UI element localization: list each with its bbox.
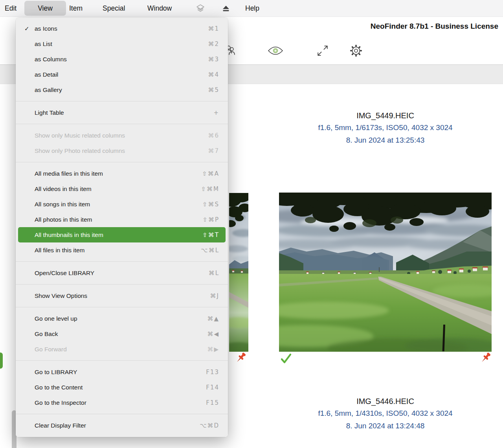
menu-item-label: Open/Close LIBRARY [35,270,209,277]
menu-item-show-view-options[interactable]: Show View Options ⌘J [16,288,228,303]
photo-caption-img5449: IMG_5449.HEIC f1.6, 5mm, 1/6173s, ISO50,… [279,110,492,146]
menu-item-go-to-library[interactable]: Go to LIBRARY F13 [16,364,228,380]
window-title: NeoFinder 8.7b1 - Business License [371,22,498,31]
menu-item-all-videos[interactable]: All videos in this item ⇧⌘M [16,181,228,196]
menu-item-label: Go one level up [35,315,207,322]
menubar-item-label: Item [69,4,83,13]
menu-item-shortcut: ⌘3 [208,56,219,63]
menubar-item-edit[interactable]: Edit [5,0,17,17]
menu-item-shortcut: ⌘◀ [207,330,219,338]
eject-icon[interactable] [221,4,231,14]
pushpin-icon [234,352,248,368]
menu-item-shortcut: ⌘L [209,270,219,277]
checkmark-icon: ✓ [24,25,32,32]
menu-item-shortcut: ⇧⌘P [202,216,219,223]
menu-item-go-one-level-up[interactable]: Go one level up ⌘▲ [16,311,228,326]
photo-thumbnail-img5449[interactable] [279,193,492,352]
menu-item-shortcut: + [213,109,219,116]
menu-item-label: Show View Options [35,292,210,299]
menu-separator [16,124,228,124]
menu-separator [16,307,228,307]
menu-item-show-photo-columns: Show only Photo related columns ⌘7 [16,143,228,158]
menu-item-shortcut: ⇧⌘A [202,170,219,177]
menubar-item-window[interactable]: Window [147,0,172,17]
menu-item-shortcut: ⌘▶ [207,346,219,353]
macos-menu-bar: Edit View Item Special Window Help [0,0,503,17]
sync-layers-icon[interactable] [196,4,205,14]
menubar-item-item[interactable]: Item [69,0,83,17]
menu-item-label: Go to LIBRARY [35,369,206,376]
menu-item-clear-display-filter[interactable]: Clear Display Filter ⌥⌘D [16,418,228,433]
menubar-item-view[interactable]: View [24,0,66,17]
menu-item-as-gallery[interactable]: as Gallery ⌘5 [16,82,228,97]
menu-item-shortcut: ⌘7 [208,147,219,154]
menu-item-shortcut: ⇧⌘S [202,201,219,208]
menu-item-shortcut: F14 [206,384,219,391]
menubar-item-label: Window [147,4,172,13]
menu-item-as-columns[interactable]: as Columns ⌘3 [16,51,228,67]
settings-gear-icon[interactable] [349,44,363,59]
fullscreen-arrows-icon[interactable] [316,44,329,59]
menubar-item-label: Edit [5,4,17,13]
menu-item-shortcut: ⇧⌘T [202,231,219,239]
menu-item-label: Clear Display Filter [35,422,200,429]
menu-item-go-to-content[interactable]: Go to the Content F14 [16,380,228,395]
menubar-item-label: Special [103,4,125,13]
checkmark-badge-icon [280,353,292,366]
menu-item-label: All files in this item [35,247,201,254]
menu-item-label: as Columns [35,56,208,63]
menu-item-shortcut: F13 [206,369,219,376]
menu-item-show-music-columns: Show only Music related columns ⌘6 [16,128,228,143]
menu-separator [16,101,228,101]
menubar-item-label: View [38,4,53,13]
menu-item-go-forward: Go Forward ⌘▶ [16,342,228,357]
menu-item-label: as Gallery [35,86,208,94]
menu-item-label: All songs in this item [35,201,202,208]
menu-item-label: Light Table [35,109,213,116]
menu-separator [16,414,228,414]
menu-item-go-back[interactable]: Go Back ⌘◀ [16,326,228,342]
photo-date: 8. Jun 2024 at 13:24:48 [279,420,492,432]
menu-item-all-files[interactable]: All files in this item ⌥⌘L [16,242,228,258]
menu-item-label: All thumbnails in this item [35,231,202,239]
photo-exif-meta: f1.6, 5mm, 1/6173s, ISO50, 4032 x 3024 [279,121,492,134]
menu-item-label: as Icons [35,25,208,32]
menu-item-label: Go to the Inspector [35,399,206,406]
menu-item-label: All photos in this item [35,216,202,223]
menu-item-shortcut: ⇧⌘M [201,185,219,193]
menu-item-shortcut: ⌘1 [208,25,219,32]
menu-item-open-close-library[interactable]: Open/Close LIBRARY ⌘L [16,265,228,281]
menu-separator [16,261,228,262]
photo-caption-img5446: IMG_5446.HEIC f1.6, 5mm, 1/4310s, ISO50,… [279,396,492,432]
menu-item-all-media-files[interactable]: All media files in this item ⇧⌘A [16,166,228,181]
sidebar-selection-fragment[interactable] [0,353,3,369]
menu-item-all-songs[interactable]: All songs in this item ⇧⌘S [16,196,228,212]
menu-item-go-to-inspector[interactable]: Go to the Inspector F15 [16,395,228,410]
neofinder-window: Edit View Item Special Window Help NeoFi… [0,0,503,448]
menu-item-shortcut: ⌘6 [208,132,219,139]
menu-item-all-photos[interactable]: All photos in this item ⇧⌘P [16,212,228,227]
menu-item-as-list[interactable]: as List ⌘2 [16,36,228,51]
menu-item-light-table[interactable]: Light Table + [16,105,228,120]
menu-separator [16,360,228,361]
menu-item-shortcut: ⌘4 [208,71,219,78]
quicklook-eye-icon[interactable] [268,46,283,57]
menubar-item-help[interactable]: Help [245,0,259,17]
view-menu-dropdown: ✓ as Icons ⌘1 as List ⌘2 as Columns ⌘3 a… [16,18,228,437]
menu-item-as-icons[interactable]: ✓ as Icons ⌘1 [16,21,228,36]
menu-item-label: Go Forward [35,346,207,353]
menu-item-label: Go Back [35,330,207,338]
menu-item-label: Show only Music related columns [35,132,208,139]
menu-item-shortcut: ⌥⌘L [201,247,219,254]
menu-item-shortcut: ⌘J [210,292,219,299]
menu-item-shortcut: ⌥⌘D [200,422,219,429]
menu-item-shortcut: ⌘2 [208,40,219,48]
menubar-item-label: Help [245,4,259,13]
menu-item-shortcut: ⌘▲ [207,315,219,322]
menu-item-as-detail[interactable]: as Detail ⌘4 [16,67,228,82]
menu-item-all-thumbnails[interactable]: All thumbnails in this item ⇧⌘T [18,227,226,242]
photo-thumbnail-partial[interactable] [229,193,248,352]
pushpin-icon [479,352,492,368]
menubar-item-special[interactable]: Special [103,0,125,17]
menu-item-label: Go to the Content [35,384,206,391]
